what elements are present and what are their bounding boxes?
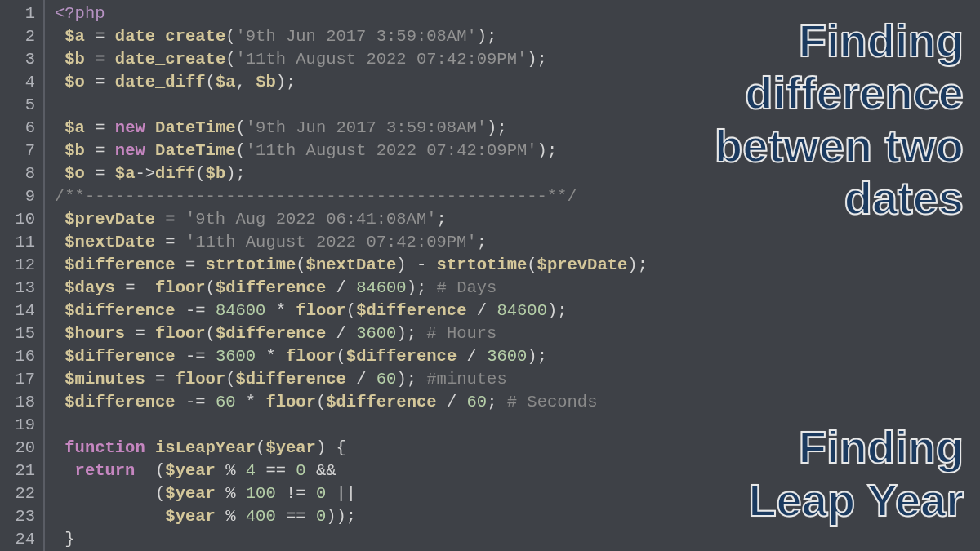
overlay-line: Leap Year <box>748 474 964 527</box>
line-number: 23 <box>0 505 35 528</box>
line-number: 18 <box>0 391 35 414</box>
title-overlay-bottom: Finding Leap Year <box>748 421 964 527</box>
line-number: 17 <box>0 368 35 391</box>
line-number: 12 <box>0 254 35 277</box>
overlay-line: betwen two <box>715 120 964 172</box>
line-number: 14 <box>0 300 35 322</box>
code-line[interactable]: $difference -= 3600 * floor($difference … <box>55 345 980 368</box>
line-number: 8 <box>0 162 35 185</box>
line-number: 5 <box>0 94 35 117</box>
title-overlay-top: Finding difference betwen two dates <box>715 15 964 225</box>
code-line[interactable]: $hours = floor($difference / 3600); # Ho… <box>55 322 980 345</box>
line-number: 4 <box>0 71 35 94</box>
line-number: 9 <box>0 185 35 208</box>
overlay-line: dates <box>715 172 964 224</box>
code-line[interactable]: $days = floor($difference / 84600); # Da… <box>55 277 980 300</box>
line-number: 22 <box>0 482 35 505</box>
line-number: 6 <box>0 117 35 140</box>
code-line[interactable]: $difference = strtotime($nextDate) - str… <box>55 254 980 277</box>
code-line[interactable]: $minutes = floor($difference / 60); #min… <box>55 368 980 391</box>
line-number: 3 <box>0 48 35 71</box>
line-number: 19 <box>0 414 35 437</box>
code-line[interactable]: $difference -= 84600 * floor($difference… <box>55 300 980 322</box>
line-number: 11 <box>0 231 35 254</box>
line-number: 16 <box>0 345 35 368</box>
line-number: 10 <box>0 208 35 231</box>
line-number: 7 <box>0 140 35 162</box>
line-number: 1 <box>0 2 35 25</box>
line-number: 24 <box>0 528 35 551</box>
line-number: 15 <box>0 322 35 345</box>
line-number: 20 <box>0 437 35 460</box>
overlay-line: Finding <box>748 421 964 473</box>
line-number-gutter: 123456789101112131415161718192021222324 <box>0 0 45 551</box>
code-line[interactable]: $nextDate = '11th August 2022 07:42:09PM… <box>55 231 980 254</box>
overlay-line: Finding <box>715 15 964 67</box>
line-number: 2 <box>0 25 35 48</box>
overlay-line: difference <box>715 67 964 119</box>
code-line[interactable]: } <box>55 528 980 551</box>
line-number: 13 <box>0 277 35 300</box>
line-number: 21 <box>0 460 35 482</box>
code-line[interactable]: $difference -= 60 * floor($difference / … <box>55 391 980 414</box>
